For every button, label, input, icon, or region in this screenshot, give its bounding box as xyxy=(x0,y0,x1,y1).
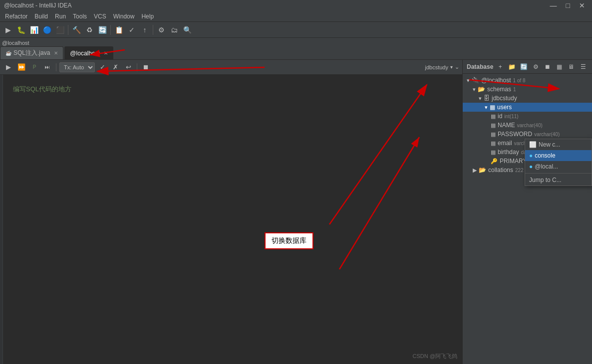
db-console-button[interactable]: 🖥 xyxy=(567,62,577,72)
structure-button[interactable]: 🗂 xyxy=(168,24,180,36)
expand-arrow: ⌄ xyxy=(455,64,459,70)
jdbcstudy-db-icon: 🗄 xyxy=(484,95,490,102)
maximize-button[interactable]: □ xyxy=(563,0,573,10)
tree-col-id[interactable]: ▦ id int(11) xyxy=(463,112,592,121)
jump-label: Jump to C... xyxy=(529,177,562,183)
debug-button[interactable]: 🐛 xyxy=(15,24,27,36)
tab-sql-injection[interactable]: ☕ SQL注入.java ✕ xyxy=(0,46,63,59)
toolbar-sep-3 xyxy=(153,25,153,35)
settings-button[interactable]: ⚙ xyxy=(155,24,167,36)
vcs-button[interactable]: 📋 xyxy=(113,24,125,36)
push-button[interactable]: ↑ xyxy=(139,24,151,36)
db-refresh-button[interactable]: 🔄 xyxy=(519,62,529,72)
stop-execute-button[interactable]: ⏹ xyxy=(140,62,151,73)
editor-toolbar: ▶ ⏩ P ⏭ Tx: Auto ✓ ✗ ↩ ⏹ jdbcstudy ▾ ⌄ xyxy=(0,60,462,75)
db-filter-button[interactable]: ☰ xyxy=(578,62,588,72)
tree-jdbcstudy[interactable]: ▾ 🗄 jdbcstudy xyxy=(463,94,592,103)
schemas-expand-icon: ▾ xyxy=(473,86,476,93)
title-bar-left: @localhost - IntelliJ IDEA xyxy=(4,2,72,9)
stop-button[interactable]: ⬛ xyxy=(54,24,66,36)
console-label: console xyxy=(535,152,555,159)
tab-localhost-close[interactable]: ✕ xyxy=(104,50,108,56)
tree-users[interactable]: ▾ ▦ users xyxy=(463,103,592,112)
execute-file-button[interactable]: ⏩ xyxy=(16,62,27,73)
sync-button[interactable]: 🔄 xyxy=(96,24,108,36)
editor-sep-2 xyxy=(137,63,137,71)
tree-col-password[interactable]: ▦ PASSWORD varchar(40) xyxy=(463,130,592,139)
tx-check[interactable]: ✓ xyxy=(97,62,108,73)
context-menu-new-console[interactable]: ⬜ New c... xyxy=(525,139,592,150)
rebuild-button[interactable]: ♻ xyxy=(83,24,95,36)
db-stop-button[interactable]: ⏹ xyxy=(543,62,553,72)
menu-build[interactable]: Build xyxy=(31,12,51,21)
cancel-execute-button[interactable]: ⏭ xyxy=(42,62,53,73)
db-table-button[interactable]: ▦ xyxy=(555,62,565,72)
explain-button[interactable]: P xyxy=(29,62,40,73)
schemas-folder-icon: 📂 xyxy=(478,86,485,93)
tx-cross[interactable]: ✗ xyxy=(110,62,121,73)
app-title: @localhost - IntelliJ IDEA xyxy=(4,2,72,9)
host-expand-icon: ▾ xyxy=(467,77,470,84)
build-button[interactable]: 🔨 xyxy=(70,24,82,36)
close-button[interactable]: ✕ xyxy=(576,0,588,10)
editor-toolbar-right: jdbcstudy ▾ ⌄ xyxy=(425,64,459,70)
db-panel-header: Database + 📁 🔄 ⚙ ⏹ ▦ 🖥 ☰ xyxy=(463,60,592,74)
host-count: 1 of 8 xyxy=(513,78,526,83)
tx-selector[interactable]: Tx: Auto xyxy=(59,62,95,72)
context-menu: ⬜ New c... ● console ● @local... Jump to… xyxy=(525,139,592,186)
col-password-icon: ▦ xyxy=(491,131,496,138)
context-menu-jump[interactable]: Jump to C... xyxy=(525,175,592,185)
users-expand-icon: ▾ xyxy=(485,104,488,111)
coverage-button[interactable]: 🔵 xyxy=(41,24,53,36)
menu-run[interactable]: Run xyxy=(52,12,69,21)
col-name-label: NAME xyxy=(498,122,515,129)
tree-schemas[interactable]: ▾ 📂 schemas 1 xyxy=(463,85,592,94)
tab-sql-icon: ☕ xyxy=(5,50,11,56)
primary-key-icon: 🔑 xyxy=(491,158,498,165)
local-label: @local... xyxy=(535,163,558,170)
search-button[interactable]: 🔍 xyxy=(181,24,193,36)
db-panel: Database + 📁 🔄 ⚙ ⏹ ▦ 🖥 ☰ ▾ 🔌 @localhost xyxy=(462,60,592,364)
local-icon: ● xyxy=(529,163,533,170)
window-controls: — □ ✕ xyxy=(547,0,588,10)
annotation-switch-db: 切换数据库 xyxy=(265,232,313,249)
menu-tools[interactable]: Tools xyxy=(70,12,90,21)
menu-window[interactable]: Window xyxy=(110,12,138,21)
editor-panel: ▶ ⏩ P ⏭ Tx: Auto ✓ ✗ ↩ ⏹ jdbcstudy ▾ ⌄ xyxy=(0,60,462,364)
undo-button[interactable]: ↩ xyxy=(123,62,134,73)
editor-scope-label: @localhost xyxy=(0,38,592,46)
db-tree: ▾ 🔌 @localhost 1 of 8 ▾ 📂 schemas 1 ▾ xyxy=(463,74,592,364)
tab-sql-close[interactable]: ✕ xyxy=(54,50,58,56)
minimize-button[interactable]: — xyxy=(547,0,560,10)
menu-vcs[interactable]: VCS xyxy=(91,12,109,21)
db-selector-arrow: ▾ xyxy=(450,64,453,70)
editor-sep-1 xyxy=(56,63,56,71)
col-email-icon: ▦ xyxy=(491,140,496,147)
collations-label: collations xyxy=(488,167,513,174)
db-selector-label: jdbcstudy xyxy=(425,64,448,70)
profile-button[interactable]: 📊 xyxy=(28,24,40,36)
execute-button[interactable]: ▶ xyxy=(3,62,14,73)
tree-col-name[interactable]: ▦ NAME varchar(40) xyxy=(463,121,592,130)
db-schema-button[interactable]: ⚙ xyxy=(531,62,541,72)
context-menu-console[interactable]: ● console xyxy=(525,150,592,161)
title-bar: @localhost - IntelliJ IDEA — □ ✕ xyxy=(0,0,592,11)
editor-content[interactable]: 编写SQL代码的地方 xyxy=(3,75,462,364)
context-menu-local[interactable]: ● @local... xyxy=(525,161,592,172)
host-label: @localhost xyxy=(481,77,511,84)
tab-localhost[interactable]: @localhost ✕ xyxy=(64,46,113,59)
primary-key-label: PRIMARY xyxy=(500,158,527,165)
tree-host[interactable]: ▾ 🔌 @localhost 1 of 8 xyxy=(463,76,592,85)
col-id-type: int(11) xyxy=(504,114,518,119)
col-id-label: id xyxy=(498,113,502,120)
db-add-button[interactable]: + xyxy=(495,62,505,72)
menu-refactor[interactable]: Refactor xyxy=(2,12,30,21)
run-button[interactable]: ▶ xyxy=(2,24,14,36)
collations-folder-icon: 📂 xyxy=(479,167,486,174)
col-birthday-label: birthday xyxy=(498,149,519,156)
col-password-label: PASSWORD xyxy=(498,131,532,138)
col-name-icon: ▦ xyxy=(491,122,496,129)
db-folder-button[interactable]: 📁 xyxy=(507,62,517,72)
menu-help[interactable]: Help xyxy=(138,12,157,21)
commit-button[interactable]: ✓ xyxy=(126,24,138,36)
